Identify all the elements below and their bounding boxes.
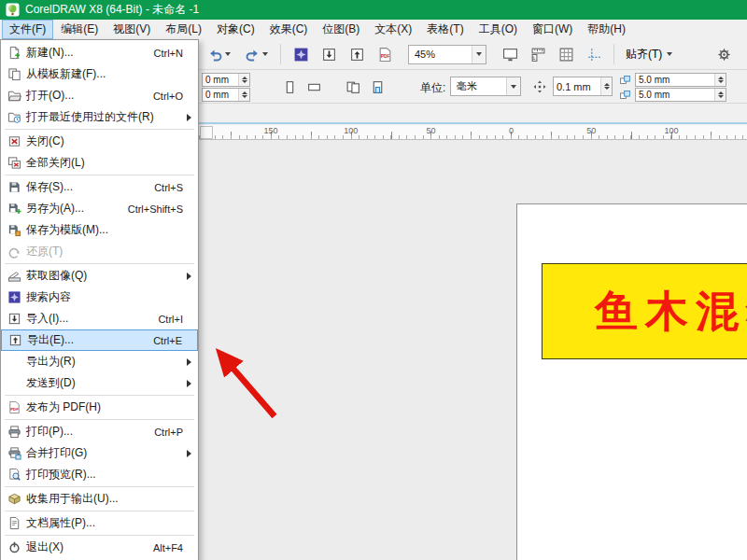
spin-down-icon — [242, 95, 247, 98]
file-menu-item-10[interactable]: 另存为(A)...Ctrl+Shift+S — [1, 198, 198, 219]
chevron-right-icon — [187, 380, 191, 387]
export-button[interactable] — [345, 42, 369, 66]
yellow-rectangle-shape[interactable]: 鱼木混猪 — [542, 263, 747, 359]
page-width-field[interactable]: 0 mm — [202, 73, 250, 87]
toolbar-group-left: PDF — [200, 42, 399, 66]
titlebar: CorelDRAW X8 (64-Bit) - 未命名 -1 — [0, 0, 747, 20]
menu-item-label: 发送到(D) — [26, 375, 76, 391]
show-grid-button[interactable] — [554, 42, 578, 66]
menu-separator — [5, 511, 194, 511]
chevron-right-icon — [187, 358, 191, 366]
nudge-distance-field[interactable]: 0.1 mm — [553, 77, 613, 96]
units-label: 单位: — [420, 80, 445, 96]
import-button[interactable] — [317, 42, 341, 66]
menubar-item-6[interactable]: 效果(C) — [262, 20, 316, 39]
file-menu-item-27[interactable]: 收集用于输出(U)... — [1, 488, 198, 510]
open-folder-icon — [6, 89, 22, 104]
menubar-item-1[interactable]: 文件(F) — [2, 20, 53, 39]
options-button[interactable] — [712, 42, 736, 66]
file-menu-item-7[interactable]: 全部关闭(L) — [1, 152, 198, 174]
file-menu-item-1[interactable]: 新建(N)...Ctrl+N — [1, 42, 198, 63]
acquire-image-icon — [6, 269, 22, 284]
page-height-field[interactable]: 0 mm — [202, 88, 250, 102]
file-menu-item-15[interactable]: 搜索内容 — [1, 287, 198, 308]
window-title: CorelDRAW X8 (64-Bit) - 未命名 -1 — [25, 2, 199, 18]
all-pages-button[interactable] — [342, 76, 364, 98]
landscape-button[interactable] — [303, 76, 325, 98]
file-menu-item-24[interactable]: 合并打印(G) — [1, 442, 198, 464]
zoom-level-combobox[interactable]: 45% — [408, 45, 486, 64]
show-rulers-button[interactable] — [526, 42, 550, 66]
menubar-item-9[interactable]: 表格(T) — [419, 20, 471, 39]
units-select[interactable]: 毫米 — [450, 77, 521, 96]
menubar-item-12[interactable]: 帮助(H) — [580, 20, 633, 39]
file-menu-item-21[interactable]: PDF发布为 PDF(H) — [1, 397, 198, 418]
new-document-icon — [6, 46, 22, 61]
page-height-spinner[interactable] — [238, 89, 249, 101]
file-menu-item-31[interactable]: 退出(X)Alt+F4 — [1, 537, 198, 558]
menu-item-label: 合并打印(G) — [26, 445, 87, 461]
pdf-button[interactable]: PDF — [373, 42, 397, 66]
chevron-down-icon — [262, 52, 268, 56]
submenu-arrow — [183, 380, 194, 387]
duplicate-y-spinner[interactable] — [714, 89, 726, 101]
file-menu-item-17[interactable]: 导出(E)...Ctrl+E — [1, 329, 198, 351]
ruler-label: 50 — [427, 126, 436, 135]
spin-down-icon — [718, 95, 724, 98]
file-menu-item-12: 还原(T) — [1, 241, 198, 262]
file-menu-item-16[interactable]: 导入(I)...Ctrl+I — [1, 308, 198, 329]
page-width-spinner[interactable] — [238, 74, 249, 86]
file-menu-item-29[interactable]: 文档属性(P)... — [1, 512, 198, 534]
menu-item-label: 导出(E)... — [27, 332, 74, 348]
menu-separator — [5, 535, 194, 536]
menu-blank-icon — [6, 376, 22, 391]
menubar-item-3[interactable]: 视图(V) — [106, 20, 158, 39]
fullscreen-preview-button[interactable] — [498, 42, 522, 66]
close-all-icon — [6, 156, 22, 171]
menu-item-label: 保存(S)... — [26, 179, 73, 195]
menubar-item-11[interactable]: 窗口(W) — [525, 20, 580, 39]
file-menu-item-3[interactable]: 打开(O)...Ctrl+O — [1, 85, 198, 106]
units-dropdown-arrow[interactable] — [506, 77, 520, 95]
collect-output-icon — [6, 492, 22, 507]
menubar-item-7[interactable]: 位图(B) — [315, 20, 367, 39]
file-menu-item-25[interactable]: 打印预览(R)... — [1, 464, 198, 485]
menu-item-shortcut: Ctrl+S — [145, 182, 183, 193]
current-page-button[interactable] — [366, 76, 388, 98]
file-menu-item-4[interactable]: 打开最近使用过的文件(R) — [1, 106, 198, 128]
file-menu-item-2[interactable]: 从模板新建(F)... — [1, 63, 198, 85]
file-menu-item-18[interactable]: 导出为(R) — [1, 351, 198, 372]
coreldraw-logo-icon — [6, 3, 20, 17]
search-content-button[interactable] — [289, 42, 313, 66]
show-guidelines-button[interactable] — [582, 42, 606, 66]
spin-up-icon — [242, 91, 247, 94]
undo-button[interactable] — [202, 42, 235, 66]
duplicate-x-field[interactable]: 5.0 mm — [635, 73, 726, 87]
file-menu-item-11[interactable]: 保存为模版(M)... — [1, 219, 198, 241]
snap-to-button[interactable]: 贴齐(T) — [620, 43, 678, 66]
file-menu-item-23[interactable]: 打印(P)...Ctrl+P — [1, 421, 198, 442]
menubar-item-2[interactable]: 编辑(E) — [53, 20, 106, 39]
submenu-arrow — [183, 273, 194, 280]
menubar-item-5[interactable]: 对象(C) — [209, 20, 262, 39]
file-menu-item-14[interactable]: 获取图像(Q) — [1, 265, 198, 287]
duplicate-y-field[interactable]: 5.0 mm — [635, 88, 726, 102]
document-page[interactable]: 鱼木混猪 — [516, 203, 747, 560]
print-preview-icon — [6, 468, 22, 483]
file-menu-item-6[interactable]: 关闭(C) — [1, 131, 198, 152]
ruler-origin[interactable] — [200, 126, 213, 139]
duplicate-x-spinner[interactable] — [714, 74, 726, 86]
menu-item-label: 另存为(A)... — [26, 201, 84, 217]
chevron-right-icon — [187, 273, 191, 280]
menubar-item-8[interactable]: 文本(X) — [367, 20, 419, 39]
redo-button[interactable] — [239, 42, 273, 66]
file-menu-item-19[interactable]: 发送到(D) — [1, 372, 198, 394]
nudge-spinner[interactable] — [600, 77, 612, 95]
shape-text[interactable]: 鱼木混猪 — [543, 283, 747, 341]
file-menu-item-9[interactable]: 保存(S)...Ctrl+S — [1, 176, 198, 198]
chevron-down-icon — [511, 85, 516, 89]
zoom-dropdown-arrow[interactable] — [472, 46, 486, 63]
menubar-item-4[interactable]: 布局(L) — [158, 20, 209, 39]
portrait-button[interactable] — [278, 76, 301, 98]
menubar-item-10[interactable]: 工具(O) — [472, 20, 525, 39]
